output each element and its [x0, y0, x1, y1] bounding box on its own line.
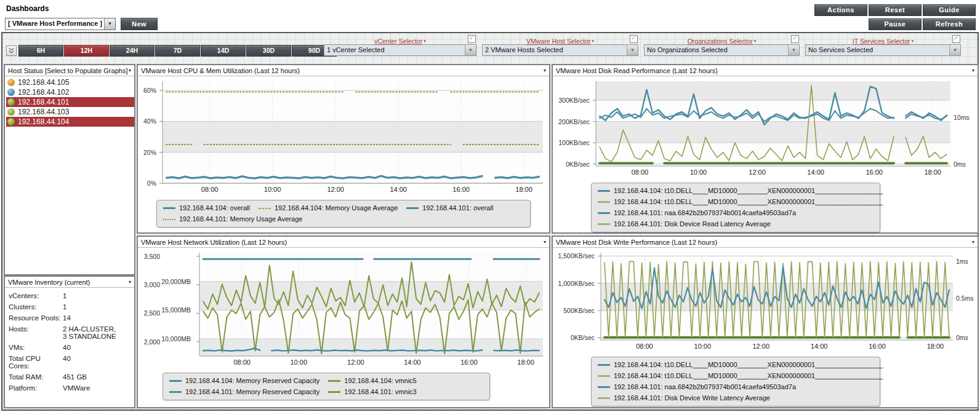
- x-axis-tick: 16:00: [861, 343, 893, 350]
- panel-menu-caret[interactable]: ▾: [129, 68, 131, 73]
- panel-disk-write-chart: VMware Host Disk Write Performance (Last…: [552, 236, 979, 408]
- dashboard-select[interactable]: [ VMware Host Performance ] ▼: [5, 18, 116, 30]
- collapse-toolbar-icon[interactable]: [6, 46, 17, 56]
- panel-menu-caret[interactable]: ▾: [972, 68, 974, 73]
- x-axis-tick: 16:00: [858, 168, 890, 176]
- legend-item: 192.168.44.101: Disk Device Write Latenc…: [598, 393, 770, 403]
- y-axis-tick: 0KB/sec: [553, 334, 595, 341]
- legend-item: 192.168.44.104: t10.DELL____MD10000_____…: [598, 360, 883, 370]
- vmware-dashboard-page: { "header": { "title": "Dashboards", "ac…: [0, 0, 980, 412]
- inventory-row: vCenters:1: [9, 290, 131, 301]
- dropdown-value: No Organizations Selected: [645, 45, 788, 55]
- network-title: VMware Host Network Utilization (Last 12…: [141, 239, 287, 246]
- selector-checkbox[interactable]: [952, 35, 960, 43]
- panel-network-chart: VMware Host Network Utilization (Last 12…: [137, 236, 550, 408]
- selector-checkbox[interactable]: [791, 35, 799, 43]
- red-caret-icon: ▾: [424, 39, 426, 43]
- legend-swatch: [163, 219, 175, 220]
- vcenter-selector-link[interactable]: vCenter Selector: [374, 38, 422, 45]
- y2-axis-tick: 10ms: [954, 114, 970, 121]
- time-range-24h[interactable]: 24H: [110, 45, 155, 57]
- network-chart: 2,0002,5003,0003,50010,000MB15,000MB20,0…: [138, 248, 549, 370]
- inventory-row: VMs:40: [9, 342, 131, 353]
- inventory-label: Resource Pools:: [9, 314, 63, 322]
- selector-col-2: Organizations Selector▾No Organizations …: [644, 35, 800, 56]
- cpu-mem-plot-svg: [163, 81, 543, 183]
- inventory-title: VMware Inventory (current): [8, 279, 90, 286]
- inventory-label: Total RAM:: [9, 373, 63, 381]
- y-axis-tick: 500KB/sec: [553, 307, 595, 314]
- top-action-buttons: ActionsResetGuide: [814, 4, 976, 16]
- page-title: Dashboards: [6, 4, 49, 13]
- pause-button[interactable]: Pause: [869, 18, 922, 30]
- dashboard-select-value: [ VMware Host Performance ]: [6, 18, 104, 30]
- time-range-30d[interactable]: 30D: [246, 45, 291, 57]
- legend-item: 192.168.44.104: t10.DELL____MD10000_____…: [598, 197, 883, 207]
- selector-col-0: vCenter Selector▾1 vCenter Selected▼: [324, 35, 476, 56]
- legend-item: 192.168.44.104: overall: [163, 203, 250, 213]
- panel-menu-caret[interactable]: ▾: [129, 279, 131, 285]
- it-services-selector-dropdown[interactable]: No Services Selected▼: [805, 44, 961, 56]
- inventory-row: Clusters:1: [9, 301, 131, 312]
- chevron-down-icon[interactable]: ▼: [104, 18, 115, 30]
- red-caret-icon: ▾: [592, 39, 594, 43]
- reset-button[interactable]: Reset: [869, 4, 922, 16]
- host-row-192.168.44.101[interactable]: 192.168.44.101: [6, 97, 134, 107]
- inventory-value: 14: [63, 314, 131, 322]
- panel-cpu-mem-chart: VMware Host CPU & Mem Utilization (Last …: [137, 64, 550, 234]
- host-row-192.168.44.102[interactable]: 192.168.44.102: [6, 87, 134, 97]
- chevron-down-icon: ▼: [788, 45, 799, 55]
- selector-checkbox[interactable]: [630, 35, 638, 43]
- legend-label: 192.168.44.101: Memory Usage Average: [179, 214, 302, 224]
- legend-swatch: [598, 397, 610, 399]
- legend-label: 192.168.44.104: t10.DELL____MD10000_____…: [614, 360, 883, 370]
- guide-button[interactable]: Guide: [923, 4, 976, 16]
- x-axis-tick: 18:00: [919, 343, 951, 350]
- host-ip: 192.168.44.103: [18, 108, 69, 116]
- y-axis-tick: 100KB/sec: [553, 139, 590, 146]
- y-axis-tick: 20%: [138, 149, 156, 156]
- x-axis-tick: 10:00: [682, 168, 714, 176]
- refresh-button[interactable]: Refresh: [923, 18, 976, 30]
- time-range-6h[interactable]: 6H: [18, 45, 63, 57]
- panel-menu-caret[interactable]: ▾: [972, 239, 974, 245]
- disk-write-legend: 192.168.44.104: t10.DELL____MD10000_____…: [591, 357, 880, 406]
- legend-item: 192.168.44.104: t10.DELL____MD10000_____…: [598, 371, 883, 381]
- organizations-selector-link[interactable]: Organizations Selector: [688, 38, 753, 45]
- time-range-12h[interactable]: 12H: [64, 45, 109, 57]
- host-status-ball-icon: [7, 98, 15, 106]
- host-status-ball-icon: [7, 79, 15, 86]
- selector-checkbox[interactable]: [468, 35, 476, 43]
- organizations-selector-dropdown[interactable]: No Organizations Selected▼: [644, 44, 800, 56]
- new-dashboard-button[interactable]: New: [121, 18, 158, 30]
- network-legend-slot: 192.168.44.104: Memory Reserved Capacity…: [138, 373, 549, 400]
- actions-button[interactable]: Actions: [814, 4, 867, 16]
- vmware-host-selector-dropdown[interactable]: 2 VMware Hosts Selected▼: [482, 44, 638, 56]
- host-ip: 192.168.44.102: [18, 88, 69, 97]
- panel-menu-caret[interactable]: ▾: [544, 239, 546, 245]
- legend-item: 192.168.44.104: t10.DELL____MD10000_____…: [598, 186, 883, 196]
- inventory-label: vCenters:: [9, 292, 63, 299]
- host-row-192.168.44.103[interactable]: 192.168.44.103: [6, 107, 134, 117]
- legend-label: 192.168.44.104: vmnic5: [344, 376, 416, 386]
- vmware-host-selector-link[interactable]: VMware Host Selector: [526, 38, 590, 45]
- vcenter-selector-dropdown[interactable]: 1 vCenter Selected▼: [324, 44, 476, 56]
- host-status-ball-icon: [7, 118, 15, 125]
- disk-write-header: VMware Host Disk Write Performance (Last…: [553, 237, 978, 248]
- panel-menu-caret[interactable]: ▾: [544, 68, 546, 73]
- inventory-label: VMs:: [9, 344, 63, 351]
- host-row-192.168.44.104[interactable]: 192.168.44.104: [6, 117, 134, 127]
- inventory-row: Total RAM:451 GB: [9, 371, 131, 382]
- host-row-192.168.44.105[interactable]: 192.168.44.105: [6, 77, 134, 87]
- x-axis-tick: 08:00: [629, 343, 661, 350]
- legend-label: 192.168.44.104: t10.DELL____MD10000_____…: [614, 186, 883, 196]
- time-range-14d[interactable]: 14D: [201, 45, 246, 57]
- legend-label: 192.168.44.104: t10.DELL____MD10000_____…: [614, 371, 883, 381]
- inventory-label: Hosts:: [9, 325, 63, 340]
- y-axis-tick: 60%: [138, 87, 156, 94]
- y-axis-tick: 300KB/sec: [553, 97, 590, 104]
- time-range-7d[interactable]: 7D: [155, 45, 200, 57]
- host-ip: 192.168.44.105: [18, 78, 69, 87]
- x-axis-tick: 10:00: [686, 343, 718, 350]
- it-services-selector-link[interactable]: IT Services Selector: [853, 38, 910, 45]
